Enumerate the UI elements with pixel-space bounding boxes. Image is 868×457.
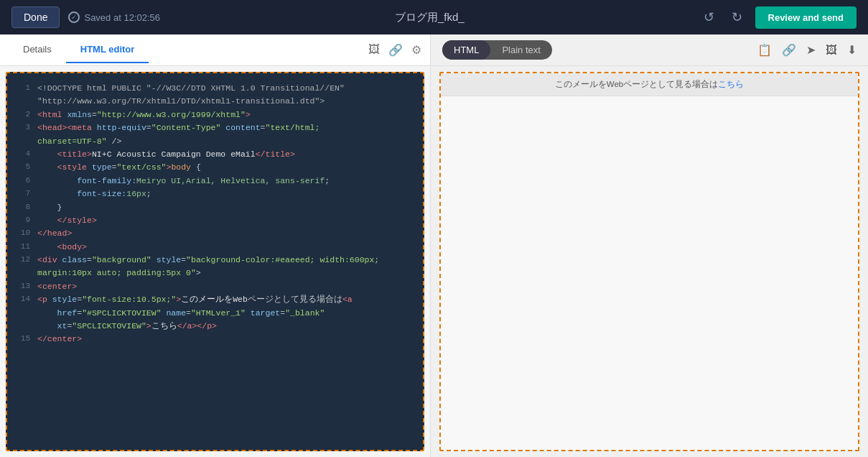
code-content: href="#SPCLICKTOVIEW" name="HTMLver_1" t… (37, 307, 417, 320)
line-number: 3 (13, 121, 30, 134)
line-number: 1 (13, 82, 30, 95)
settings-icon[interactable]: ⚙ (411, 43, 421, 57)
line-number: 8 (13, 201, 30, 214)
line-number: 4 (13, 148, 30, 161)
code-content: } (37, 201, 417, 214)
line-number: 13 (13, 280, 30, 293)
image-preview-icon[interactable]: 🖼 (826, 44, 837, 57)
line-number (13, 267, 30, 280)
send-icon[interactable]: ➤ (806, 43, 816, 57)
line-number (13, 135, 30, 148)
code-line: charset=UTF-8" /> (13, 135, 417, 148)
topbar-title: ブログ用_fkd_ (172, 11, 688, 24)
line-number: 14 (13, 293, 30, 306)
tab-details[interactable]: Details (9, 37, 66, 63)
code-line: 2<html xmlns="http://www.w3.org/1999/xht… (13, 109, 417, 121)
image-icon[interactable]: 🖼 (368, 43, 380, 57)
view-html-button[interactable]: HTML (442, 40, 490, 60)
undo-button[interactable]: ↺ (699, 6, 719, 28)
code-line: href="#SPCLICKTOVIEW" name="HTMLver_1" t… (13, 307, 417, 320)
code-content: <style type="text/css">body { (37, 161, 417, 174)
code-line: 15</center> (13, 333, 417, 346)
note-icon[interactable]: 📋 (757, 43, 772, 57)
code-content: charset=UTF-8" /> (37, 135, 417, 148)
preview-banner: このメールをWebページとして見る場合はこちら (441, 73, 858, 96)
preview-box: このメールをWebページとして見る場合はこちら (439, 72, 859, 451)
download-icon[interactable]: ⬇ (847, 43, 857, 57)
code-line: 10</head> (13, 227, 417, 240)
code-line: 13<center> (13, 280, 417, 293)
preview-area: このメールをWebページとして見る場合はこちら (431, 66, 868, 457)
right-panel: HTML Plain text 📋 🔗 ➤ 🖼 ⬇ このメールをWebページとし… (431, 34, 868, 457)
saved-text: Saved at 12:02:56 (84, 12, 160, 23)
code-line: 12<div class="background" style="backgro… (13, 254, 417, 267)
html-code-editor[interactable]: 1<!DOCTYPE html PUBLIC "-//W3C//DTD XHTM… (6, 72, 424, 451)
topbar: Done ✓ Saved at 12:02:56 ブログ用_fkd_ ↺ ↻ R… (0, 0, 868, 34)
code-content: <title>NI+C Acoustic Campaign Demo eMail… (37, 148, 417, 161)
tab-icons: 🖼 🔗 ⚙ (368, 43, 421, 57)
line-number: 7 (13, 188, 30, 200)
preview-banner-link[interactable]: こちら (718, 80, 744, 88)
line-number (13, 320, 30, 333)
line-number: 2 (13, 109, 30, 121)
code-line: 6 font-family:Meiryo UI,Arial, Helvetica… (13, 175, 417, 188)
view-toggle: HTML Plain text (442, 40, 552, 60)
line-number: 5 (13, 161, 30, 174)
saved-status: ✓ Saved at 12:02:56 (68, 11, 160, 23)
saved-check-icon: ✓ (68, 11, 80, 23)
redo-button[interactable]: ↻ (727, 6, 747, 28)
code-content: <center> (37, 280, 417, 293)
line-number: 9 (13, 214, 30, 227)
code-content: <!DOCTYPE html PUBLIC "-//W3C//DTD XHTML… (37, 82, 417, 95)
code-content: <head><meta http-equiv="Content-Type" co… (37, 121, 417, 134)
line-number: 12 (13, 254, 30, 267)
code-line: xt="SPCLICKTOVIEW">こちら</a></p> (13, 320, 417, 333)
code-line: 4 <title>NI+C Acoustic Campaign Demo eMa… (13, 148, 417, 161)
code-content: </center> (37, 333, 417, 346)
review-send-button[interactable]: Review and send (755, 6, 857, 29)
code-line: margin:10px auto; padding:5px 0"> (13, 267, 417, 280)
right-toolbar: HTML Plain text 📋 🔗 ➤ 🖼 ⬇ (431, 34, 868, 66)
code-line: 5 <style type="text/css">body { (13, 161, 417, 174)
line-number: 10 (13, 227, 30, 240)
code-line: "http://www.w3.org/TR/xhtml1/DTD/xhtml1-… (13, 95, 417, 108)
right-toolbar-icons: 📋 🔗 ➤ 🖼 ⬇ (757, 43, 857, 57)
code-content: font-size:16px; (37, 188, 417, 200)
line-number: 6 (13, 175, 30, 188)
code-line: 11 <body> (13, 241, 417, 254)
tab-bar: Details HTML editor 🖼 🔗 ⚙ (0, 34, 430, 66)
code-line: 7 font-size:16px; (13, 188, 417, 200)
code-content: <html xmlns="http://www.w3.org/1999/xhtm… (37, 109, 417, 121)
code-content: "http://www.w3.org/TR/xhtml1/DTD/xhtml1-… (37, 95, 417, 108)
code-line: 1<!DOCTYPE html PUBLIC "-//W3C//DTD XHTM… (13, 82, 417, 95)
code-content: <body> (37, 241, 417, 254)
code-content: <div class="background" style="backgroun… (37, 254, 417, 267)
line-number: 11 (13, 241, 30, 254)
code-line: 9 </style> (13, 214, 417, 227)
code-line: 8 } (13, 201, 417, 214)
line-number: 15 (13, 333, 30, 346)
link-icon[interactable]: 🔗 (782, 43, 796, 57)
topbar-right: ↺ ↻ Review and send (699, 6, 857, 29)
person-icon[interactable]: 🔗 (388, 43, 403, 57)
done-button[interactable]: Done (11, 6, 60, 28)
main-layout: Details HTML editor 🖼 🔗 ⚙ 1<!DOCTYPE htm… (0, 34, 868, 457)
tab-html-editor[interactable]: HTML editor (66, 37, 149, 63)
line-number (13, 307, 30, 320)
topbar-left: Done ✓ Saved at 12:02:56 (11, 6, 160, 28)
code-content: <p style="font-size:10.5px;">このメールをWebペー… (37, 293, 417, 306)
code-line: 3<head><meta http-equiv="Content-Type" c… (13, 121, 417, 134)
code-content: margin:10px auto; padding:5px 0"> (37, 267, 417, 280)
code-content: </style> (37, 214, 417, 227)
code-content: </head> (37, 227, 417, 240)
left-panel: Details HTML editor 🖼 🔗 ⚙ 1<!DOCTYPE htm… (0, 34, 431, 457)
view-plaintext-button[interactable]: Plain text (490, 40, 551, 60)
code-content: xt="SPCLICKTOVIEW">こちら</a></p> (37, 320, 417, 333)
code-line: 14<p style="font-size:10.5px;">このメールをWeb… (13, 293, 417, 306)
code-content: font-family:Meiryo UI,Arial, Helvetica, … (37, 175, 417, 188)
line-number (13, 95, 30, 108)
